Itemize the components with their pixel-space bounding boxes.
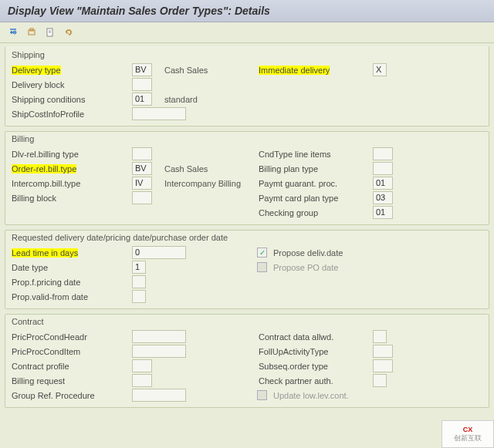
- label-intercomp-bill: Intercomp.bill.type: [10, 179, 132, 188]
- label-date-type: Date type: [10, 263, 132, 272]
- input-delivery-type[interactable]: BV: [132, 63, 152, 76]
- input-checking-group[interactable]: 01: [373, 206, 393, 219]
- group-header-requested: Requested delivery date/pricing date/pur…: [10, 231, 484, 245]
- label-prop-pricing: Prop.f.pricing date: [10, 278, 132, 287]
- desc-delivery-type: Cash Sales: [152, 66, 208, 75]
- watermark: CX 创新互联: [442, 420, 494, 448]
- input-lead-time[interactable]: 0: [132, 246, 186, 259]
- input-pricproc-headr[interactable]: [132, 330, 186, 343]
- label-group-ref: Group Ref. Procedure: [10, 391, 132, 400]
- input-check-partner[interactable]: [373, 374, 387, 387]
- label-propose-deliv: Propose deliv.date: [267, 248, 343, 258]
- desc-order-rel-bill: Cash Sales: [152, 164, 208, 173]
- group-billing: Billing Dlv-rel.billing type CndType lin…: [5, 131, 489, 225]
- input-date-type[interactable]: 1: [132, 261, 146, 274]
- label-paymt-card: Paymt card plan type: [257, 194, 373, 203]
- label-order-rel-bill: Order-rel.bill.type: [10, 164, 132, 173]
- label-follup: FollUpActivityType: [257, 347, 373, 356]
- input-cndtype[interactable]: [373, 147, 393, 160]
- label-subseq: Subseq.order type: [257, 362, 373, 371]
- group-header-shipping: Shipping: [10, 48, 484, 62]
- desc-shipping-conditions: standard: [152, 95, 198, 104]
- label-pricproc-item: PricProcCondItem: [10, 347, 132, 356]
- input-prop-pricing[interactable]: [132, 275, 146, 288]
- input-paymt-card[interactable]: 03: [373, 191, 393, 204]
- input-order-rel-bill[interactable]: BV: [132, 162, 152, 175]
- label-check-partner: Check partner auth.: [257, 376, 373, 386]
- input-billing-request[interactable]: [132, 374, 152, 387]
- input-group-ref[interactable]: [132, 389, 186, 402]
- checkbox-update-low[interactable]: [257, 390, 267, 400]
- input-delivery-block[interactable]: [132, 78, 152, 91]
- checkbox-propose-po[interactable]: [257, 262, 267, 272]
- checkbox-propose-deliv[interactable]: ✓: [257, 248, 267, 258]
- toggle-icon[interactable]: [6, 25, 20, 39]
- desc-intercomp-bill: Intercompany Billing: [152, 179, 241, 188]
- label-delivery-type: Delivery type: [10, 66, 132, 75]
- label-shipping-conditions: Shipping conditions: [10, 95, 132, 104]
- input-shipping-conditions[interactable]: 01: [132, 93, 152, 106]
- label-cndtype: CndType line items: [257, 150, 373, 159]
- label-billing-block: Billing block: [10, 194, 132, 203]
- label-billing-request: Billing request: [10, 376, 132, 386]
- label-dlv-rel-billing: Dlv-rel.billing type: [10, 150, 132, 159]
- input-intercomp-bill[interactable]: IV: [132, 177, 152, 190]
- print-icon[interactable]: [25, 25, 39, 39]
- page-title: Display View "Maintain Sales Order Types…: [0, 0, 494, 22]
- group-contract: Contract PricProcCondHeadr Contract data…: [5, 314, 489, 408]
- content-area: Shipping Delivery type BV Cash Sales Imm…: [0, 43, 494, 408]
- label-delivery-block: Delivery block: [10, 80, 132, 89]
- label-billing-plan: Billing plan type: [257, 164, 373, 173]
- input-prop-valid[interactable]: [132, 290, 146, 303]
- label-update-low: Update low.lev.cont.: [267, 391, 349, 400]
- input-pricproc-item[interactable]: [132, 345, 186, 358]
- input-immediate-delivery[interactable]: X: [373, 63, 387, 76]
- label-propose-po: Propose PO date: [267, 263, 338, 272]
- input-contract-data[interactable]: [373, 330, 387, 343]
- group-requested: Requested delivery date/pricing date/pur…: [5, 230, 489, 309]
- input-billing-plan[interactable]: [373, 162, 393, 175]
- input-subseq[interactable]: [373, 359, 393, 372]
- label-contract-data: Contract data allwd.: [257, 332, 373, 342]
- label-shipcostinfoprofile: ShipCostInfoProfile: [10, 109, 132, 119]
- input-shipcostinfoprofile[interactable]: [132, 107, 186, 120]
- input-paymt-guarant[interactable]: 01: [373, 177, 393, 190]
- label-pricproc-headr: PricProcCondHeadr: [10, 332, 132, 342]
- input-dlv-rel-billing[interactable]: [132, 147, 152, 160]
- label-immediate-delivery: Immediate delivery: [257, 66, 373, 75]
- input-billing-block[interactable]: [132, 191, 152, 204]
- label-checking-group: Checking group: [257, 208, 373, 217]
- group-header-contract: Contract: [10, 315, 484, 329]
- label-contract-profile: Contract profile: [10, 362, 132, 371]
- input-follup[interactable]: [373, 345, 393, 358]
- group-shipping: Shipping Delivery type BV Cash Sales Imm…: [5, 46, 489, 126]
- toolbar: [0, 22, 494, 43]
- label-lead-time: Lead time in days: [10, 248, 132, 258]
- group-header-billing: Billing: [10, 132, 484, 147]
- input-contract-profile[interactable]: [132, 359, 152, 372]
- label-prop-valid: Prop.valid-from date: [10, 292, 132, 301]
- refresh-icon[interactable]: [62, 25, 76, 39]
- document-icon[interactable]: [43, 25, 57, 39]
- label-paymt-guarant: Paymt guarant. proc.: [257, 179, 373, 188]
